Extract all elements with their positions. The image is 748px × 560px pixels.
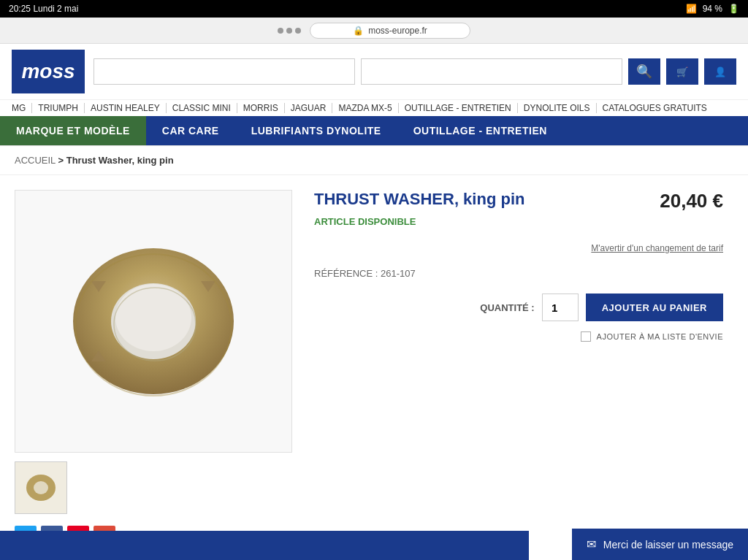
lock-icon: 🔒 xyxy=(353,26,364,36)
status-time: 20:25 Lundi 2 mai xyxy=(9,4,78,14)
site-logo[interactable]: moss xyxy=(12,50,85,93)
quantity-label: QUANTITÉ : xyxy=(480,302,534,313)
svg-point-2 xyxy=(115,284,191,351)
search-input-2[interactable] xyxy=(361,58,622,85)
breadcrumb: ACCUEIL > Thrust Washer, king pin xyxy=(0,146,748,175)
nav-marque-modele[interactable]: MARQUE ET MODÈLE xyxy=(0,116,146,145)
search-area: 🔍 🛒 👤 xyxy=(94,58,736,85)
browser-bar: 🔒 moss-europe.fr xyxy=(0,18,748,44)
footer-message-button[interactable]: ✉ Merci de laisser un message xyxy=(572,529,748,560)
product-images: T f P + xyxy=(15,190,292,548)
nav-austin-healey[interactable]: AUSTIN HEALEY xyxy=(85,103,167,113)
header-top: moss 🔍 🛒 👤 xyxy=(0,44,748,99)
product-image-svg xyxy=(58,226,248,416)
nav-top: MG TRIUMPH AUSTIN HEALEY CLASSIC MINI MO… xyxy=(0,99,748,116)
nav-lubrifiants[interactable]: LUBRIFIANTS DYNOLITE xyxy=(235,116,397,145)
url-bar: 🔒 moss-europe.fr xyxy=(310,23,470,39)
nav-outillage[interactable]: OUTILLAGE - ENTRETIEN xyxy=(399,103,518,113)
svg-point-9 xyxy=(34,481,48,494)
product-info: THRUST WASHER, king pin ARTICLE DISPONIB… xyxy=(314,190,723,548)
nav-dynolite[interactable]: DYNOLITE OILS xyxy=(518,103,597,113)
search-button[interactable]: 🔍 xyxy=(628,58,660,85)
nav-triumph[interactable]: TRIUMPH xyxy=(32,103,85,113)
nav-main: MARQUE ET MODÈLE CAR CARE LUBRIFIANTS DY… xyxy=(0,116,748,145)
message-icon: ✉ xyxy=(587,537,596,551)
main-product-image[interactable] xyxy=(15,190,292,453)
price-alert-link[interactable]: M'avertir d'un changement de tarif xyxy=(314,243,723,253)
browser-dots xyxy=(278,28,301,34)
nav-jaguar[interactable]: JAGUAR xyxy=(285,103,333,113)
search-input-1[interactable] xyxy=(94,58,355,85)
footer-message-label: Merci de laisser un message xyxy=(603,539,733,551)
site-header: moss 🔍 🛒 👤 MG TRIUMPH AUSTIN HEALEY CLAS… xyxy=(0,44,748,146)
nav-car-care[interactable]: CAR CARE xyxy=(146,116,235,145)
thumbnail-1[interactable] xyxy=(15,461,67,514)
nav-catalogues[interactable]: CATALOGUES GRATUITS xyxy=(597,103,713,113)
bottom-bar xyxy=(0,531,529,560)
product-container: T f P + THRUST WASHER, king pin ARTICLE … xyxy=(0,175,738,560)
product-price: 20,40 € xyxy=(660,190,723,212)
wishlist-label: AJOUTER À MA LISTE D'ENVIE xyxy=(597,332,723,341)
nav-outillage-entretien[interactable]: OUTILLAGE - ENTRETIEN xyxy=(397,116,563,145)
account-button[interactable]: 👤 xyxy=(704,58,736,85)
wishlist-row: AJOUTER À MA LISTE D'ENVIE xyxy=(314,331,723,342)
product-title: THRUST WASHER, king pin xyxy=(314,190,524,209)
cart-button[interactable]: 🛒 xyxy=(666,58,698,85)
breadcrumb-current: Thrust Washer, king pin xyxy=(66,155,174,166)
status-right: 📶 94 % 🔋 xyxy=(686,4,739,14)
breadcrumb-home[interactable]: ACCUEIL xyxy=(15,155,56,166)
cart-row: QUANTITÉ : AJOUTER AU PANIER xyxy=(314,294,723,321)
status-bar: 20:25 Lundi 2 mai 📶 94 % 🔋 xyxy=(0,0,748,18)
product-reference: RÉFÉRENCE : 261-107 xyxy=(314,268,723,279)
wishlist-checkbox[interactable] xyxy=(581,331,591,342)
battery-icon: 🔋 xyxy=(728,4,739,14)
thumbnail-gallery xyxy=(15,461,292,514)
breadcrumb-separator: > xyxy=(58,155,66,166)
url-text: moss-europe.fr xyxy=(368,26,427,36)
wifi-icon: 📶 xyxy=(686,4,697,14)
add-to-cart-button[interactable]: AJOUTER AU PANIER xyxy=(586,294,723,321)
nav-classic-mini[interactable]: CLASSIC MINI xyxy=(167,103,237,113)
product-availability: ARTICLE DISPONIBLE xyxy=(314,216,524,227)
battery-level: 94 % xyxy=(703,4,722,14)
nav-mg[interactable]: MG xyxy=(12,103,32,113)
quantity-input[interactable] xyxy=(542,294,579,321)
nav-morris[interactable]: MORRIS xyxy=(237,103,285,113)
nav-mazda[interactable]: MAZDA MX-5 xyxy=(332,103,398,113)
thumbnail-1-image xyxy=(23,469,59,506)
